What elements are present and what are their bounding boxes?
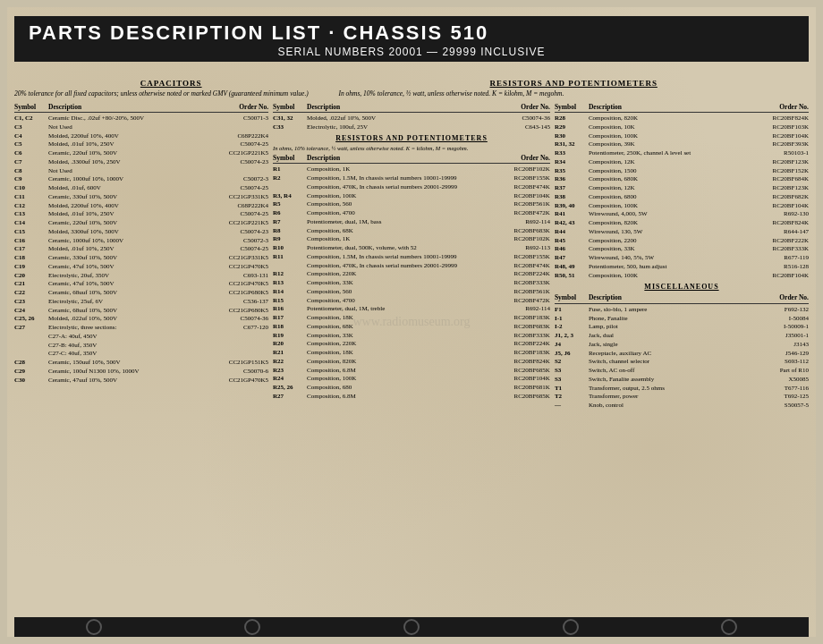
table-row: C29 Ceramic, 100uf N1300 10%, 1000V C500… bbox=[14, 368, 268, 376]
row-order: CC21GP151K5 bbox=[201, 359, 268, 367]
row-order: RC20BF824K bbox=[742, 114, 809, 123]
row-symbol: R38 bbox=[555, 193, 589, 201]
row-description: Molded, 3300uf 10%, 500V bbox=[48, 228, 201, 236]
table-row: R44 Wirewound, 130, 5W R644-147 bbox=[555, 228, 809, 236]
row-description: Composition, 220K bbox=[307, 340, 483, 348]
row-order: R692-114 bbox=[483, 305, 550, 313]
row-order: RC20BF152K bbox=[742, 167, 809, 175]
row-symbol: R27 bbox=[273, 393, 307, 401]
row-order: I-50084 bbox=[742, 315, 809, 323]
bottom-dot-4 bbox=[563, 619, 579, 635]
col2-ord-header: Order No. bbox=[483, 103, 550, 111]
row-symbol: C5 bbox=[14, 140, 48, 148]
row-order: C50074-36 bbox=[201, 315, 268, 323]
table-row: R25, 26 Composition, 680 RC20BF681K bbox=[273, 384, 550, 392]
table-row: R47 Wirewound, 140, 5%, 5W R677-119 bbox=[555, 254, 809, 262]
bottom-dot-2 bbox=[244, 619, 260, 635]
table-row: R45 Composition, 2200 RC20BF222K bbox=[555, 237, 809, 245]
table-row: R41 Wirewound, 4,000, 5W R692-130 bbox=[555, 210, 809, 218]
row-order: R50103-1 bbox=[742, 149, 809, 157]
row-description: Electrolytic, 20uf, 350V bbox=[48, 272, 201, 280]
row-order: C677-120 bbox=[201, 324, 268, 332]
row-description: Molded, .01uf 10%, 250V bbox=[48, 245, 201, 253]
resistors-column: Symbol Description Order No. C31, 32 Mol… bbox=[273, 103, 550, 615]
resistors-section-title: RESISTORS AND POTENTIOMETERS bbox=[273, 134, 550, 143]
row-order: R677-119 bbox=[742, 254, 809, 262]
row-description: Ceramic, 47uf 10%, 500V bbox=[48, 263, 201, 271]
row-symbol: R14 bbox=[273, 288, 307, 296]
row-description: Composition, 560 bbox=[307, 200, 483, 208]
row-description: Composition, 68K bbox=[307, 227, 483, 235]
row-symbol: R21 bbox=[273, 349, 307, 357]
table-row: C24 Ceramic, 68uuf 10%, 500V CC21GP680K5 bbox=[14, 307, 268, 315]
cap-col2-data: C31, 32 Molded, .022uf 10%, 500V C50074-… bbox=[273, 114, 550, 131]
row-order: Part of R10 bbox=[742, 367, 809, 375]
table-row: R18 Composition, 68K RC20BF683K bbox=[273, 323, 550, 331]
row-description: Composition, 820K bbox=[589, 219, 742, 227]
row-order: CC21GP221K5 bbox=[201, 149, 268, 157]
table-row: R29 Composition, 10K RC20BF103K bbox=[555, 123, 809, 131]
row-order: RC20BF123K bbox=[742, 184, 809, 192]
table-row: R33 Potentiometer, 250K, channel A level… bbox=[555, 149, 809, 157]
row-symbol: J5, J6 bbox=[555, 350, 589, 358]
row-order: RC20BF104K bbox=[483, 375, 550, 383]
row-symbol: R50, 51 bbox=[555, 272, 589, 280]
row-symbol: C1, C2 bbox=[14, 114, 48, 123]
row-description: Ceramic, 330uf 10%, 500V bbox=[48, 193, 201, 201]
row-description: Ceramic, 47uuf 10%, 500V bbox=[48, 377, 201, 385]
row-order: R692-114 bbox=[483, 218, 550, 226]
row-description: Composition, 68K bbox=[307, 323, 483, 331]
row-symbol: S3 bbox=[555, 376, 589, 384]
row-symbol: R8 bbox=[273, 227, 307, 235]
page-subtitle: SERIAL NUMBERS 20001 — 29999 INCLUSIVE bbox=[29, 46, 794, 58]
table-row: R23 Composition, 6.8M RC20BF685K bbox=[273, 367, 550, 375]
row-description: Ceramic, 220uf 10%, 500V bbox=[48, 219, 201, 227]
row-symbol: R41 bbox=[555, 210, 589, 218]
table-row: C21 Ceramic, 47uf 10%, 500V CC21GP470K5 bbox=[14, 280, 268, 288]
row-description: Composition, 6.8M bbox=[307, 393, 483, 401]
row-order: C68P222K4 bbox=[201, 202, 268, 210]
row-symbol: C10 bbox=[14, 184, 48, 192]
row-symbol: R3, R4 bbox=[273, 192, 307, 200]
table-row: C28 Ceramic, 150uuf 10%, 500V CC21GP151K… bbox=[14, 359, 268, 367]
row-symbol: C33 bbox=[273, 123, 307, 131]
table-row: R15 Composition, 4700 RC20BF472K bbox=[273, 297, 550, 305]
row-description: Composition, 100K bbox=[589, 272, 742, 280]
row-symbol: C30 bbox=[14, 377, 48, 385]
res-col2-data: R1 Composition, 1K RC20BF102K R2 Composi… bbox=[273, 165, 550, 400]
row-order: RC20BF683K bbox=[483, 323, 550, 331]
row-description: Phone, Fanalite bbox=[589, 315, 742, 323]
row-symbol: I-2 bbox=[555, 323, 589, 331]
capacitors-note: 20% tolerance for all fixed capacitors; … bbox=[14, 89, 327, 98]
row-description: Ceramic, 68uuf 10%, 500V bbox=[48, 307, 201, 315]
row-order: RC20BF224K bbox=[483, 270, 550, 278]
row-description: Ceramic, 330uf 10%, 500V bbox=[48, 254, 201, 262]
row-description: Ceramic Disc., .02uf +80/-20%, 500V bbox=[48, 114, 201, 123]
row-symbol: R16 bbox=[273, 305, 307, 313]
row-order: C50070-6 bbox=[201, 368, 268, 376]
table-row: R42, 43 Composition, 820K RC20BF824K bbox=[555, 219, 809, 227]
row-order: RC20BF393K bbox=[742, 140, 809, 148]
row-order: C693-131 bbox=[201, 272, 268, 280]
row-symbol: C17 bbox=[14, 245, 48, 253]
row-description: Switch, AC on-off bbox=[589, 367, 742, 375]
col2r-ord-header: Order No. bbox=[483, 154, 550, 162]
table-row: R35 Composition, 1500 RC20BF152K bbox=[555, 167, 809, 175]
resistors-inline-note: In ohms, 10% tolerance, ½ watt, unless o… bbox=[273, 145, 550, 152]
row-description: Composition, 1K bbox=[307, 165, 483, 174]
row-symbol: R19 bbox=[273, 332, 307, 340]
row-description: Molded, .022uf 10%, 500V bbox=[307, 114, 483, 123]
row-description: Molded, 2200uf 10%, 400V bbox=[48, 202, 201, 210]
row-symbol: C24 bbox=[14, 307, 48, 315]
row-symbol: R5 bbox=[273, 200, 307, 208]
row-description: Composition, 1.5M, In chassis serial num… bbox=[307, 174, 483, 182]
table-row: R12 Composition, 220K RC20BF224K bbox=[273, 270, 550, 278]
row-symbol: R28 bbox=[555, 114, 589, 123]
row-symbol: R22 bbox=[273, 358, 307, 366]
row-order: RC20BF104K bbox=[483, 192, 550, 200]
row-symbol: R13 bbox=[273, 279, 307, 287]
row-order: C68P222K4 bbox=[201, 132, 268, 140]
table-row: R3, R4 Composition, 100K RC20BF104K bbox=[273, 192, 550, 200]
row-order: CC21GP470K5 bbox=[201, 280, 268, 288]
table-row: R10 Potentiometer, dual, 500K, volume, w… bbox=[273, 244, 550, 252]
